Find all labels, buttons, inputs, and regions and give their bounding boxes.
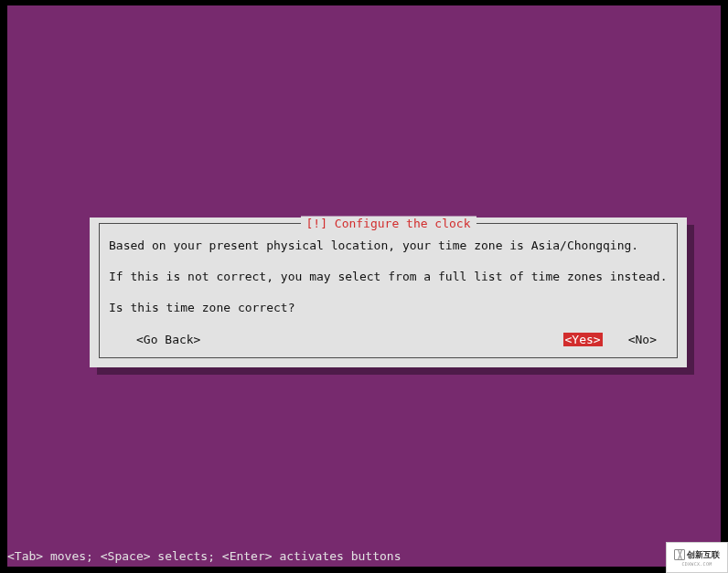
dialog-frame: [!] Configure the clock Based on your pr…: [99, 223, 678, 358]
watermark-brand: 创新互联: [687, 549, 720, 561]
spacer: [202, 333, 562, 346]
watermark-sub: CDXWCX.COM: [681, 561, 712, 567]
dialog-line-2: If this is not correct, you may select f…: [109, 268, 668, 286]
no-button[interactable]: <No>: [626, 333, 658, 346]
dialog-button-row: <Go Back> <Yes> <No>: [118, 333, 658, 346]
yes-button[interactable]: <Yes>: [563, 333, 603, 346]
go-back-button[interactable]: <Go Back>: [134, 333, 202, 346]
configure-clock-dialog: [!] Configure the clock Based on your pr…: [90, 218, 687, 367]
dialog-line-3: Is this time zone correct?: [109, 299, 668, 317]
watermark-logo-icon: [674, 549, 685, 560]
installer-screen: [!] Configure the clock Based on your pr…: [7, 5, 721, 567]
dialog-title: [!] Configure the clock: [300, 217, 476, 230]
dialog-body: Based on your present physical location,…: [100, 224, 677, 326]
watermark: 创新互联 CDXWCX.COM: [666, 542, 728, 573]
footer-hint: <Tab> moves; <Space> selects; <Enter> ac…: [7, 549, 401, 563]
dialog-line-1: Based on your present physical location,…: [109, 237, 668, 255]
